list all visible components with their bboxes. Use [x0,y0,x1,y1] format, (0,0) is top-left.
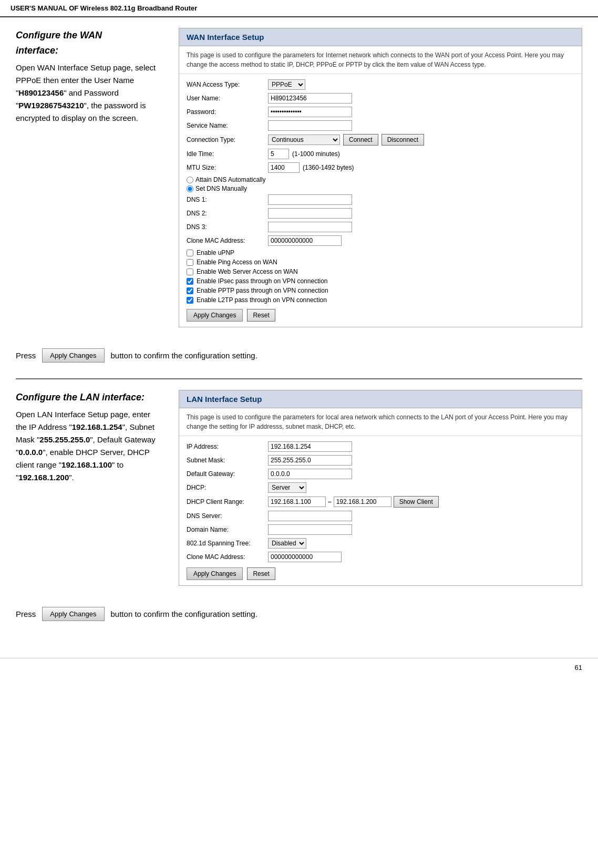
subnet-mask-label: Subnet Mask: [187,457,268,464]
connect-button[interactable]: Connect [343,134,378,146]
lan-description: Open LAN Interface Setup page, enter the… [16,408,163,484]
enable-ping-row: Enable Ping Access on WAN [187,259,574,266]
default-gateway-row: Default Gateway: [187,469,574,479]
dns1-input[interactable] [268,194,352,205]
lan-confirm-text: button to confirm the configuration sett… [111,609,257,618]
user-name-label: User Name: [187,95,268,102]
ip-address-value [268,441,574,452]
lan-ip-highlight: 192.168.1.254 [72,422,122,431]
enable-pptp-checkbox[interactable] [187,287,193,294]
enable-ipsec-label: Enable IPsec pass through on VPN connect… [197,277,328,285]
domain-name-row: Domain Name: [187,524,574,535]
wan-reset-button[interactable]: Reset [247,309,275,322]
disconnect-button[interactable]: Disconnect [382,134,424,146]
dns3-input[interactable] [268,222,352,232]
enable-pptp-label: Enable PPTP pass through on VPN connecti… [197,287,328,294]
lan-press-label: Press [16,609,36,618]
dhcp-range-row: DHCP Client Range: – Show Client [187,496,574,508]
dns2-label: DNS 2: [187,210,268,217]
dns2-input[interactable] [268,208,352,219]
enable-web-label: Enable Web Server Access on WAN [197,268,298,275]
dhcp-range-start-input[interactable] [268,497,326,507]
wan-panel-title: WAN Interface Setup [179,28,582,46]
enable-ipsec-checkbox[interactable] [187,278,193,285]
wan-access-type-row: WAN Access Type: PPPoE Static IP DHCP PP… [187,79,574,90]
mtu-size-input[interactable] [268,162,300,173]
dhcp-range-end-input[interactable] [334,497,391,507]
wan-access-type-label: WAN Access Type: [187,81,268,88]
mtu-size-value: (1360-1492 bytes) [268,162,574,173]
dns-server-label: DNS Server: [187,512,268,520]
clone-mac-value [268,235,574,246]
idle-time-row: Idle Time: (1-1000 minutes) [187,149,574,159]
set-dns-radio[interactable] [187,185,193,192]
dhcp-label: DHCP: [187,484,268,491]
dns-radio-group: Attain DNS Automatically Set DNS Manuall… [187,176,574,192]
mtu-size-row: MTU Size: (1360-1492 bytes) [187,162,574,173]
wan-confirm-text: button to confirm the configuration sett… [111,351,257,360]
service-name-row: Service Name: [187,120,574,131]
dns-server-input[interactable] [268,511,352,521]
attain-dns-row: Attain DNS Automatically [187,176,574,183]
enable-l2tp-label: Enable L2TP pass through on VPN connecti… [197,296,327,304]
subnet-mask-input[interactable] [268,455,352,466]
lan-clone-mac-row: Clone MAC Address: [187,552,574,562]
clone-mac-input[interactable] [268,235,342,246]
wan-panel: WAN Interface Setup This page is used to… [179,28,582,327]
dhcp-range-dash: – [328,498,332,505]
wan-access-type-select[interactable]: PPPoE Static IP DHCP PPTP [268,79,305,90]
enable-l2tp-row: Enable L2TP pass through on VPN connecti… [187,296,574,304]
spanning-tree-label: 802.1d Spanning Tree: [187,540,268,547]
dhcp-value: Server Client Disabled [268,482,574,493]
wan-press-row: Press Apply Changes button to confirm th… [16,348,582,363]
spanning-tree-row: 802.1d Spanning Tree: Disabled Enabled [187,538,574,549]
wan-press-apply-button[interactable]: Apply Changes [42,348,104,363]
enable-l2tp-checkbox[interactable] [187,297,193,304]
enable-pptp-row: Enable PPTP pass through on VPN connecti… [187,287,574,294]
lan-press-apply-button[interactable]: Apply Changes [42,607,104,621]
ip-address-input[interactable] [268,441,352,452]
idle-time-value: (1-1000 minutes) [268,149,574,159]
password-value [268,107,574,117]
wan-apply-button[interactable]: Apply Changes [187,309,243,322]
lan-apply-button[interactable]: Apply Changes [187,567,243,580]
lan-press-row: Press Apply Changes button to confirm th… [16,607,582,621]
page-footer: 61 [0,658,598,677]
user-name-input[interactable] [268,93,352,104]
dhcp-range-value: – Show Client [268,496,574,508]
idle-time-input[interactable] [268,149,289,159]
idle-time-hint: (1-1000 minutes) [292,150,340,158]
user-name-value [268,93,574,104]
attain-dns-radio[interactable] [187,177,193,183]
lan-title: Configure the LAN interface: [16,390,163,405]
dns1-value [268,194,574,205]
default-gateway-input[interactable] [268,469,352,479]
enable-web-checkbox[interactable] [187,268,193,275]
wan-panel-desc: This page is used to configure the param… [179,46,582,74]
enable-ping-checkbox[interactable] [187,259,193,266]
enable-ipsec-row: Enable IPsec pass through on VPN connect… [187,277,574,285]
dns-server-row: DNS Server: [187,511,574,521]
password-input[interactable] [268,107,352,117]
show-client-button[interactable]: Show Client [394,496,439,508]
dhcp-select[interactable]: Server Client Disabled [268,482,306,493]
clone-mac-label: Clone MAC Address: [187,237,268,244]
header-title: USER'S MANUAL OF Wireless 802.11g Broadb… [11,4,197,12]
spanning-tree-value: Disabled Enabled [268,538,574,549]
enable-upnp-checkbox[interactable] [187,250,193,256]
section-separator [16,378,582,379]
connection-type-select[interactable]: Continuous Connect on Demand Manual [268,135,340,145]
idle-time-label: Idle Time: [187,150,268,158]
wan-title: Configure the WAN interface: [16,28,163,58]
password-label: Password: [187,108,268,116]
spanning-tree-select[interactable]: Disabled Enabled [268,538,306,549]
lan-subnet-highlight: 255.255.255.0 [39,435,90,444]
lan-panel-body: IP Address: Subnet Mask: Default Gateway… [179,436,582,585]
service-name-input[interactable] [268,120,352,131]
domain-name-input[interactable] [268,524,352,535]
lan-reset-button[interactable]: Reset [247,567,275,580]
dns3-label: DNS 3: [187,223,268,231]
dns1-row: DNS 1: [187,194,574,205]
lan-clone-mac-input[interactable] [268,552,342,562]
wan-access-type-value: PPPoE Static IP DHCP PPTP [268,79,574,90]
